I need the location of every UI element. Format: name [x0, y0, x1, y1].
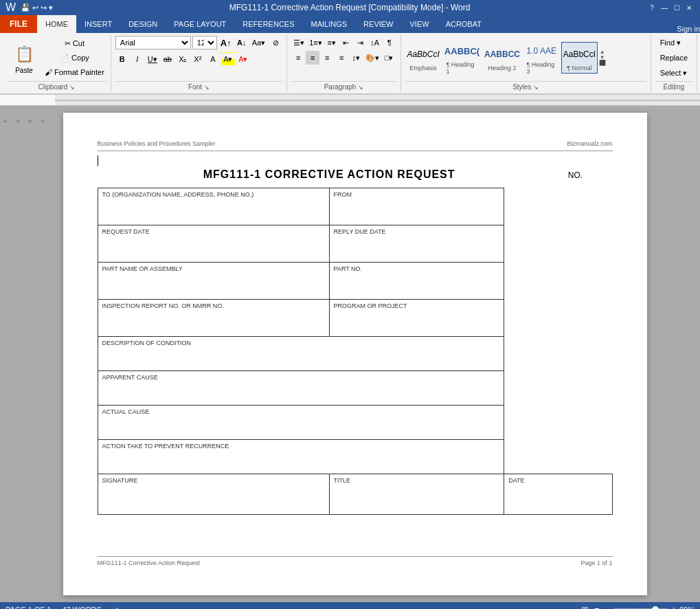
text-effects-button[interactable]: A	[206, 52, 220, 66]
tab-view[interactable]: VIEW	[402, 15, 438, 33]
doc-title-row: MFG111-1 CORRECTIVE ACTION REQUEST NO.	[98, 168, 613, 181]
redo-quick-btn[interactable]: ↪	[41, 3, 47, 12]
table-row: PART NAME OR ASSEMBLY PART NO.	[98, 263, 612, 300]
para-row-1: ☰▾ 1≡▾ ≡▾ ⇤ ⇥ ↕A ¶	[291, 36, 396, 49]
strikethrough-button[interactable]: ab	[161, 52, 174, 66]
numbering-button[interactable]: 1≡▾	[307, 36, 324, 49]
view-mode-1-btn[interactable]: ⊞	[581, 605, 589, 610]
tab-page-layout[interactable]: PAGE LAYOUT	[166, 15, 234, 33]
style-normal[interactable]: AaBbCcI ¶ Normal	[561, 42, 598, 74]
bullets-button[interactable]: ☰▾	[291, 36, 306, 49]
status-left: PAGE 1 OF 1 47 WORDS ✓	[5, 606, 119, 610]
from-label: FROM	[334, 191, 500, 198]
style-emphasis[interactable]: AaBbCcI Emphasis	[405, 42, 442, 74]
tab-home[interactable]: HOME	[37, 15, 76, 33]
to-cell: TO (ORGANIZATION NAME, ADDRESS, PHONE NO…	[98, 188, 329, 225]
proofing-icon[interactable]: ✓	[113, 606, 119, 610]
status-right: ⊞ ≡ − + 80%	[581, 604, 695, 609]
tab-review[interactable]: REVIEW	[355, 15, 401, 33]
paste-label: Paste	[15, 67, 33, 74]
table-row: APPARENT CAUSE	[98, 371, 612, 406]
justify-button[interactable]: ≡	[335, 51, 348, 65]
font-name-select[interactable]: Arial	[115, 36, 191, 49]
tab-insert[interactable]: INSERT	[76, 15, 120, 33]
from-value	[334, 198, 500, 222]
header-left: Business Policies and Procedures Sampler	[98, 140, 216, 147]
styles-expand[interactable]: ⬛	[599, 60, 606, 66]
heading1-preview: AABBC(	[444, 41, 479, 61]
show-para-button[interactable]: ¶	[383, 36, 396, 49]
border-button[interactable]: □▾	[382, 51, 396, 65]
format-painter-button[interactable]: 🖌 Format Painter	[43, 65, 106, 79]
highlight-button[interactable]: A▾	[221, 52, 235, 66]
reply-date-label: REPLY DUE DATE	[334, 228, 500, 235]
clipboard-group: 📋 Paste ✂ Cut 📄 Copy 🖌 Format Painter Cl…	[3, 34, 111, 92]
to-label: TO (ORGANIZATION NAME, ADDRESS, PHONE NO…	[102, 191, 325, 198]
action-label: ACTION TAKE TO PREVENT RECURRENCE	[102, 443, 500, 450]
shrink-font-button[interactable]: A↓	[235, 36, 249, 49]
replace-button[interactable]: Replace	[655, 51, 692, 65]
subscript-button[interactable]: X₂	[176, 52, 190, 66]
sign-in-link[interactable]: Sign in	[677, 25, 700, 33]
table-row: ACTUAL CAUSE	[98, 406, 612, 440]
title-bar: W 💾 ↩ ↪ ▾ MFG111-1 Corrective Action Req…	[0, 0, 700, 15]
paste-button[interactable]: 📋 Paste	[7, 40, 41, 76]
clear-format-button[interactable]: ⊘	[269, 36, 282, 49]
ribbon-body: 📋 Paste ✂ Cut 📄 Copy 🖌 Format Painter Cl…	[0, 33, 700, 94]
bold-button[interactable]: B	[115, 52, 129, 66]
undo-quick-btn[interactable]: ↩	[32, 3, 38, 12]
font-size-select[interactable]: 12	[192, 36, 217, 49]
style-heading1[interactable]: AABBC( ¶ Heading 1	[442, 38, 481, 77]
signature-value	[102, 484, 325, 511]
zoom-in-btn[interactable]: +	[671, 604, 677, 609]
table-row: SIGNATURE TITLE DATE	[98, 474, 612, 515]
superscript-button[interactable]: X²	[191, 52, 205, 66]
action-cell: ACTION TAKE TO PREVENT RECURRENCE	[98, 440, 504, 474]
select-button[interactable]: Select ▾	[655, 66, 692, 80]
grow-font-button[interactable]: A↑	[218, 36, 234, 49]
tab-mailings[interactable]: MAILINGS	[303, 15, 356, 33]
italic-button[interactable]: I	[131, 52, 144, 66]
close-btn[interactable]: ✕	[684, 2, 695, 13]
horizontal-ruler	[0, 95, 700, 106]
word-count: 47 WORDS	[62, 606, 101, 609]
save-quick-btn[interactable]: 💾	[21, 3, 30, 12]
zoom-level: 80%	[679, 606, 695, 609]
increase-indent-button[interactable]: ⇥	[354, 36, 368, 49]
align-right-button[interactable]: ≡	[320, 51, 334, 65]
signature-cell: SIGNATURE	[98, 474, 329, 515]
align-center-button[interactable]: ≡	[306, 51, 319, 65]
zoom-thumb	[652, 606, 659, 609]
font-color-button[interactable]: A▾	[236, 52, 250, 66]
maximize-btn[interactable]: ☐	[671, 2, 682, 13]
reply-date-cell: REPLY DUE DATE	[329, 225, 504, 263]
sort-button[interactable]: ↕A	[368, 36, 382, 49]
help-btn[interactable]: ?	[646, 2, 657, 13]
tab-file[interactable]: FILE	[0, 15, 37, 33]
line-spacing-button[interactable]: ↕▾	[349, 51, 363, 65]
cut-button[interactable]: ✂ Cut	[43, 36, 106, 50]
zoom-out-btn[interactable]: −	[605, 604, 611, 609]
change-case-button[interactable]: Aa▾	[250, 36, 267, 49]
title-label: TITLE	[334, 477, 500, 484]
tab-acrobat[interactable]: ACROBAT	[438, 15, 490, 33]
document-page: Business Policies and Procedures Sampler…	[63, 113, 647, 595]
styles-scrollbar: ▲ ▼ ⬛	[599, 48, 606, 67]
style-heading3[interactable]: 1.0 AAE ¶ Heading 3	[523, 38, 560, 77]
shading-button[interactable]: 🎨▾	[363, 51, 381, 65]
footer-right: Page 1 of 1	[580, 560, 612, 566]
minimize-btn[interactable]: —	[659, 2, 670, 13]
copy-button[interactable]: 📄 Copy	[43, 51, 106, 65]
style-heading2[interactable]: AABBCC Heading 2	[483, 42, 522, 74]
find-button[interactable]: Find ▾	[655, 36, 686, 49]
underline-button[interactable]: U▾	[146, 52, 159, 66]
paragraph-content: ☰▾ 1≡▾ ≡▾ ⇤ ⇥ ↕A ¶ ≡ ≡ ≡ ≡ ↕▾ 🎨▾ □▾	[291, 36, 396, 80]
decrease-indent-button[interactable]: ⇤	[339, 36, 353, 49]
tab-references[interactable]: REFERENCES	[234, 15, 302, 33]
multilevel-button[interactable]: ≡▾	[325, 36, 339, 49]
align-left-button[interactable]: ≡	[291, 51, 305, 65]
apparent-cause-cell: APPARENT CAUSE	[98, 371, 504, 406]
tab-design[interactable]: DESIGN	[120, 15, 166, 33]
view-mode-2-btn[interactable]: ≡	[594, 605, 600, 610]
reply-date-value	[334, 235, 500, 259]
